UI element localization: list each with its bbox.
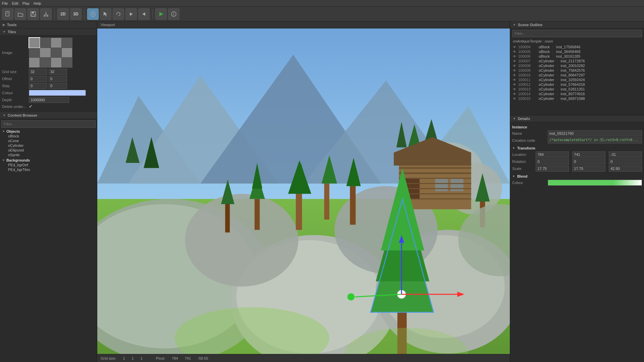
tile-1-3[interactable] (62, 48, 72, 58)
type-100005: oBlock (539, 50, 550, 54)
outline-item-100006[interactable]: 👁 100006 oBlock : inst_30161285 (510, 54, 644, 59)
outline-item-100010[interactable]: 👁 100010 oCylinder : inst_80647297 (510, 73, 644, 77)
tiles-grid[interactable] (29, 38, 72, 68)
tile-1-0[interactable] (29, 48, 40, 58)
object-oCone[interactable]: oCone (1, 138, 96, 143)
tile-2-1[interactable] (40, 58, 50, 67)
type-100004: oBlock (539, 45, 550, 49)
object-oEllipsoid[interactable]: oEllipsoid (1, 148, 96, 153)
menu-help[interactable]: Help (34, 1, 41, 5)
outline-item-100015[interactable]: 👁 100015 oCylinder : inst_66971088 (510, 96, 644, 101)
background-PEd_bgrTiles[interactable]: PEd_bgrTiles (1, 167, 96, 172)
outline-item-100013[interactable]: 👁 100013 oCylinder : inst_52811351 (510, 87, 644, 92)
tile-0-3[interactable] (62, 38, 72, 48)
2d-mode-button[interactable]: 2D (57, 8, 69, 20)
background-PEd_bgrDef[interactable]: PEd_bgrDef (1, 163, 96, 167)
svg-marker-13 (104, 12, 107, 16)
scale-y-input[interactable] (572, 166, 605, 172)
svg-rect-46 (450, 178, 463, 191)
arrow-forward-button[interactable] (125, 8, 137, 20)
menu-play[interactable]: Play (22, 1, 30, 5)
rotation-row: Rotation (512, 159, 642, 165)
loc-y-input[interactable] (572, 152, 605, 158)
inst-100013: inst_52811351 (561, 87, 585, 91)
tile-2-2[interactable] (51, 58, 61, 67)
info-button[interactable]: i (168, 8, 179, 20)
rot-z-input[interactable] (609, 159, 642, 165)
menu-file[interactable]: File (2, 1, 8, 5)
blend-section-header: ▼ Blend (512, 174, 642, 178)
outline-item-100011[interactable]: 👁 100011 oCylinder : inst_32592424 (510, 77, 644, 82)
name-value-input[interactable] (548, 130, 642, 136)
outline-item-100009[interactable]: 👁 100009 oCylinder : inst_75842576 (510, 68, 644, 73)
offset-y-input[interactable] (49, 76, 67, 82)
scene-outline-filter[interactable] (512, 30, 642, 37)
open-button[interactable] (15, 8, 26, 20)
scale-x-input[interactable] (536, 166, 569, 172)
save-button[interactable] (28, 8, 39, 20)
step-y-input[interactable] (49, 83, 67, 89)
location-row: Location (512, 152, 642, 158)
svg-point-12 (92, 13, 94, 15)
tile-0-2[interactable] (51, 38, 61, 48)
creation-code-value[interactable]: /*autocompleteStart*/ z=-31;rotX=0;rotY=… (548, 137, 642, 143)
objects-section: ▼ Objects oBlock oCone oCylinder oEllips… (1, 129, 96, 157)
delete-under-check[interactable]: ✔ (29, 104, 33, 109)
outline-item-100008[interactable]: 👁 100008 oCylinder : inst_20010282 (510, 63, 644, 68)
tiles-label: Tiles (8, 30, 16, 34)
scale-row: Scale (512, 166, 642, 172)
object-oSprite[interactable]: oSprite (1, 153, 96, 157)
right-panel: ▼ Scene Outline rmAntiqueTemple : room 👁… (510, 21, 644, 362)
sep1 (54, 9, 55, 19)
rot-x-input[interactable] (536, 159, 569, 165)
objects-header[interactable]: ▼ Objects (1, 129, 96, 134)
arrow-back-button[interactable] (138, 8, 150, 20)
scene-outline-header: ▼ Scene Outline (510, 21, 644, 28)
outline-item-100007[interactable]: 👁 100007 oCylinder : inst_21172876 (510, 59, 644, 63)
transform-label: Transform (517, 146, 535, 150)
depth-input[interactable] (29, 97, 69, 103)
object-oCylinder[interactable]: oCylinder (1, 143, 96, 148)
room-label: rmAntiqueTemple : room (510, 39, 644, 44)
tile-1-1[interactable] (40, 48, 50, 58)
blend-triangle: ▼ (512, 175, 515, 178)
content-filter-input[interactable] (1, 120, 96, 128)
step-x-input[interactable] (29, 83, 47, 89)
scissors-button[interactable] (40, 8, 52, 20)
loc-z-input[interactable] (609, 152, 642, 158)
tile-0-1[interactable] (40, 38, 50, 48)
outline-item-100005[interactable]: 👁 100005 oBlock : inst_36458468 (510, 49, 644, 54)
eye-100014: 👁 (513, 92, 516, 96)
select-tool-button[interactable] (100, 8, 111, 20)
backgrounds-header[interactable]: ▼ Backgrounds (1, 158, 96, 163)
tile-1-2[interactable] (51, 48, 61, 58)
backgrounds-section: ▼ Backgrounds PEd_bgrDef PEd_bgrTiles (1, 158, 96, 172)
tile-0-0[interactable] (29, 38, 40, 48)
main-layout: ▶ Tools ▼ Tiles Image (0, 21, 644, 362)
blend-colour-picker[interactable] (548, 180, 642, 186)
id-100015: 100015 (518, 97, 537, 101)
rotate-tool-button[interactable] (113, 8, 124, 20)
menu-edit[interactable]: Edit (12, 1, 18, 5)
3d-mode-button[interactable]: 3D (70, 8, 82, 20)
play-button[interactable] (155, 8, 167, 20)
loc-x-input[interactable] (536, 152, 569, 158)
viewport[interactable] (97, 28, 510, 354)
transform-section-header: ▼ Transform (512, 146, 642, 150)
grid-size-y-input[interactable] (49, 69, 67, 75)
new-button[interactable] (2, 8, 13, 20)
rot-y-input[interactable] (572, 159, 605, 165)
colour-picker[interactable] (29, 90, 86, 96)
delete-under-row: Delete under... ✔ (2, 104, 95, 109)
object-oBlock[interactable]: oBlock (1, 134, 96, 138)
outline-item-100004[interactable]: 👁 100004 oBlock : inst_17566846 (510, 45, 644, 49)
offset-x-input[interactable] (29, 76, 47, 82)
outline-item-100014[interactable]: 👁 100014 oCylinder : inst_80774916 (510, 92, 644, 96)
scale-z-input[interactable] (609, 166, 642, 172)
tile-2-3[interactable] (62, 58, 72, 67)
circle-tool-button[interactable] (87, 8, 99, 20)
tile-2-0[interactable] (29, 58, 40, 67)
outline-item-100012[interactable]: 👁 100012 oCylinder : inst_57664318 (510, 82, 644, 87)
grid-size-x-input[interactable] (29, 69, 47, 75)
pivot-status-y: 741 (185, 356, 191, 360)
